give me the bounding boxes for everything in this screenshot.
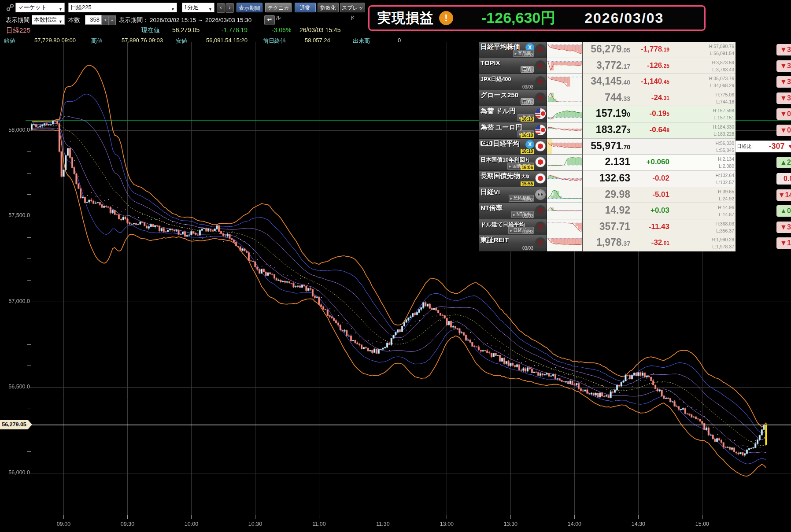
quote-time: 03/03 bbox=[522, 52, 533, 57]
y-tick-label: 56,500.0 bbox=[6, 384, 30, 390]
toolbar-button-3[interactable]: 通常 bbox=[295, 3, 316, 12]
next-button[interactable]: › bbox=[225, 3, 234, 13]
watch-row-3[interactable]: JPX日経40003/0334,145.40-1,140.45▼3.23%H:3… bbox=[479, 74, 736, 90]
quote-datetime: 26/03/03 15:45 bbox=[299, 26, 340, 33]
quote-values: 1,978.37-32.01▼1.59%H:1,990.28L:1,978.37 bbox=[583, 235, 736, 251]
high-value: H:35,073.76 bbox=[709, 75, 734, 82]
sparkline bbox=[547, 139, 583, 155]
instrument-name: 東証REIT bbox=[481, 236, 509, 244]
price-change: -32.01 bbox=[651, 238, 669, 247]
change-percent-badge: ▼3.10% bbox=[776, 222, 791, 233]
watch-row-11[interactable]: NT倍率▶NT倍率03/0314.92+0.03▲0.20%H:14.96L:1… bbox=[479, 203, 736, 219]
high-value: H:132.64 bbox=[715, 172, 734, 179]
toolbar-button-4[interactable]: 指数化 bbox=[318, 3, 339, 12]
y-tick-label: 57,000.0 bbox=[6, 298, 30, 304]
link-icon[interactable] bbox=[6, 3, 15, 12]
price-change: -0.02 bbox=[652, 174, 669, 183]
high-value: H:157.598 bbox=[713, 107, 734, 114]
reload-button[interactable]: ↩ bbox=[264, 15, 275, 25]
high-low-values: H:3,873.59L:3,763.43 bbox=[712, 59, 734, 73]
last-price: 1,978.37 bbox=[596, 236, 630, 248]
low-value: L:356.37 bbox=[715, 227, 734, 234]
ohlc-value-5: 0 bbox=[398, 37, 401, 44]
bar-count-input[interactable]: 358 bbox=[85, 15, 102, 25]
toolbar-button-5[interactable]: スプレッド bbox=[340, 3, 365, 12]
instrument-cell: TOPIXY!03/03 bbox=[479, 58, 547, 74]
x-tick-label: 13:30 bbox=[500, 521, 521, 527]
current-price-value: 56,279.05 bbox=[172, 26, 200, 33]
high-low-values: H:56,330L:55,845 bbox=[715, 140, 734, 154]
skull-flag-icon bbox=[535, 189, 546, 200]
watch-row-5[interactable]: 為替 ドル円▶為替16:10157.190-0.195▼0.12%H:157.5… bbox=[479, 106, 736, 122]
ohlc-label-1: 始値 bbox=[4, 37, 15, 45]
x-tick-label: 10:00 bbox=[181, 521, 201, 527]
watch-row-1[interactable]: 日経平均株価X▶寄与度03/0356,279.05-1,778.19▼3.06%… bbox=[479, 42, 736, 58]
instrument-cell: 長期国債先物 大取15:55 bbox=[479, 171, 547, 187]
ohlc-value-4: 58,057.24 bbox=[305, 37, 330, 44]
last-price: 357.71 bbox=[599, 221, 630, 233]
instrument-name: NT倍率 bbox=[481, 204, 503, 212]
change-percent-badge: ▼0.35% bbox=[776, 125, 791, 136]
quote-values: 56,279.05-1,778.19▼3.06%H:57,890.76L:56,… bbox=[583, 42, 736, 58]
jp-flag-icon bbox=[535, 141, 546, 151]
x-share-icon[interactable]: X bbox=[525, 140, 534, 149]
change-percent-badge: ▼0.12% bbox=[776, 108, 791, 120]
last-price: 14.92 bbox=[605, 204, 630, 216]
symbol-dropdown[interactable]: 日経225▼ bbox=[68, 3, 177, 12]
low-value: L:24.92 bbox=[718, 195, 734, 202]
sparkline bbox=[547, 219, 583, 236]
quote-time: 16:10 bbox=[521, 117, 534, 122]
high-value: H:39.65 bbox=[718, 188, 734, 195]
watch-row-2[interactable]: TOPIXY!03/033,772.17-126.25▼3.24%H:3,873… bbox=[479, 58, 736, 74]
watch-row-4[interactable]: グロース250Y!03/03744.33-24.31▼3.16%H:775.06… bbox=[479, 90, 736, 107]
quote-values: 132.63-0.020.00%H:132.64L:132.57 bbox=[583, 171, 736, 187]
high-low-values: H:57,890.76L:56,091.54 bbox=[709, 43, 734, 57]
instrument-name: CFD日経平均 bbox=[481, 140, 520, 148]
chevron-down-icon: ▼ bbox=[171, 5, 175, 14]
quote-time: 16:10 bbox=[521, 149, 534, 154]
diff-label: 日経比: bbox=[737, 143, 753, 150]
x-tick-label: 13:00 bbox=[436, 521, 457, 527]
current-price-tag: 56,279.05 bbox=[0, 420, 28, 429]
range-label: 表示期間： bbox=[119, 16, 149, 24]
low-value: L:744.18 bbox=[715, 98, 734, 105]
quote-values: 744.33-24.31▼3.16%H:775.06L:744.18 bbox=[583, 90, 736, 107]
last-price: 3,772.17 bbox=[596, 59, 630, 71]
period-mode-dropdown[interactable]: 本数指定▼ bbox=[32, 15, 65, 25]
watch-row-9[interactable]: 長期国債先物 大取15:55132.63-0.020.00%H:132.64L:… bbox=[479, 171, 736, 187]
watch-row-10[interactable]: 日経VI▶恐怖指数03/0329.98-5.01▼14.32%H:39.65L:… bbox=[479, 187, 736, 203]
x-tick-label: 11:30 bbox=[373, 521, 393, 527]
low-value: L:2.080 bbox=[718, 163, 734, 170]
change-percent-badge: ▼3.24% bbox=[776, 60, 791, 72]
watch-row-6[interactable]: 為替 ユーロ円▶為替16:10183.273-0.648▼0.35%H:184.… bbox=[479, 122, 736, 139]
interval-dropdown[interactable]: 1分足▼ bbox=[182, 3, 214, 12]
y-tick-label: 58,000.0 bbox=[6, 127, 30, 133]
high-low-values: H:132.64L:132.57 bbox=[715, 172, 734, 186]
sparkline bbox=[547, 106, 583, 122]
ohlc-label-3: 安値 bbox=[176, 37, 187, 45]
x-tick-label: 14:00 bbox=[564, 521, 584, 527]
watch-row-12[interactable]: ドル建て日経平均▶日経ドル03/03357.71-11.43▼3.10%H:36… bbox=[479, 219, 736, 236]
instrument-name: 長期国債先物 大取 bbox=[481, 172, 530, 180]
last-price: 744.33 bbox=[605, 92, 630, 103]
prev-button[interactable]: ‹ bbox=[217, 3, 225, 13]
watch-row-13[interactable]: 東証REIT03/031,978.37-32.01▼1.59%H:1,990.2… bbox=[479, 235, 736, 251]
last-price: 56,279.05 bbox=[591, 43, 630, 55]
low-value: L:3,763.43 bbox=[712, 66, 734, 73]
warning-icon[interactable]: ! bbox=[439, 11, 453, 25]
toolbar-button-2[interactable]: テクニカル bbox=[265, 3, 292, 12]
watch-row-8[interactable]: 日本国債10年利回り▶国債 債券16:062.131+0.060▲2.90%H:… bbox=[479, 155, 736, 171]
low-value: L:14.87 bbox=[718, 211, 734, 218]
quote-time: 16:06 bbox=[521, 165, 534, 170]
count-spin-up[interactable]: ▲ bbox=[108, 15, 116, 25]
quote-values: 357.71-11.43▼3.10%H:368.03L:356.37 bbox=[583, 219, 736, 236]
market-dropdown[interactable]: マーケット▼ bbox=[15, 3, 65, 12]
sparkline bbox=[547, 171, 583, 187]
price-change: -126.25 bbox=[647, 61, 669, 70]
watch-row-7[interactable]: CFD日経平均X16:1055,971.70日経比:-307▼0.55%H:56… bbox=[479, 139, 736, 155]
toolbar-button-1[interactable]: 表示期間 bbox=[237, 3, 262, 12]
high-value: H:14.96 bbox=[718, 204, 734, 211]
high-value: H:775.06 bbox=[715, 91, 734, 98]
chevron-down-icon: ▼ bbox=[208, 5, 212, 14]
high-low-values: H:39.65L:24.92 bbox=[718, 188, 734, 202]
